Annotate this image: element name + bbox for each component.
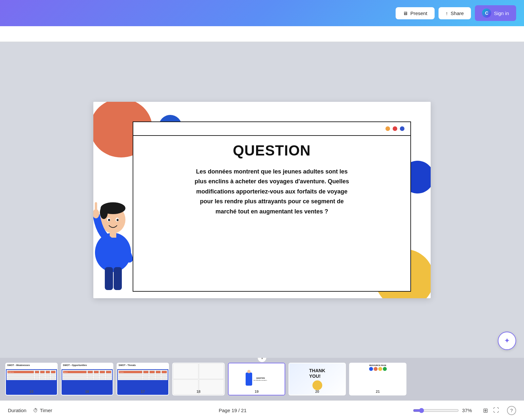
thumbnail-20[interactable]: THANKYOU! 20 [289, 363, 346, 395]
page-info: Page 19 / 21 [219, 408, 247, 413]
svg-rect-10 [105, 267, 113, 290]
zoom-section: 37% [413, 408, 475, 413]
thumb-15-number: 15 [29, 390, 33, 393]
timer-icon: ⏱ [33, 408, 38, 413]
slide-canvas: QUESTION Les données montrent que les je… [93, 102, 431, 298]
slide-body: Les données montrent que les jeunes adul… [190, 167, 354, 217]
signin-button[interactable]: C Sign in [475, 5, 516, 21]
thumbnail-17[interactable]: SWOT - Threats Threats 17 [117, 363, 169, 395]
expand-view-button[interactable]: ⛶ [492, 406, 500, 415]
duration-label: Duration [8, 408, 27, 413]
present-icon: 🖥 [403, 10, 408, 16]
slide-title: QUESTION [233, 142, 311, 159]
thumb-17-title: SWOT - Threats [117, 363, 168, 369]
thumb-19-number: 19 [254, 390, 258, 393]
thumb-16-number: 16 [85, 390, 89, 393]
inner-card-body: QUESTION Les données montrent que les je… [133, 136, 410, 223]
svg-rect-11 [114, 267, 122, 290]
view-buttons: ⊞ ⛶ [482, 406, 500, 415]
svg-rect-8 [110, 231, 116, 238]
zoom-slider[interactable] [413, 408, 459, 413]
thumbnail-15[interactable]: SWOT - Weaknesses Weakness 15 [5, 363, 58, 395]
thumbnail-18[interactable]: 18 [172, 363, 225, 395]
dot-blue [400, 126, 404, 131]
present-button[interactable]: 🖥 Present [396, 7, 435, 19]
thumb-20-number: 20 [315, 390, 319, 393]
thumbnail-16[interactable]: SWOT - Opportunities Opport. 16 [61, 363, 113, 395]
header: 🖥 Present ↑ Share C Sign in [0, 0, 524, 26]
grid-view-button[interactable]: ⊞ [482, 406, 489, 415]
thumbnail-19[interactable]: QUESTION Les données montrent... 19 [228, 363, 285, 395]
timer-label: Timer [40, 408, 52, 413]
thumbnail-strip: ∨ SWOT - Weaknesses Weakness 15 SWOT - O… [0, 358, 524, 400]
thumb-18-number: 18 [196, 390, 200, 393]
svg-point-7 [117, 219, 119, 221]
toolbar-strip [0, 26, 524, 42]
svg-point-3 [100, 206, 108, 219]
svg-point-6 [108, 219, 110, 221]
thumb-16-title: SWOT - Opportunities [62, 363, 113, 369]
zoom-value: 37% [462, 408, 475, 413]
magic-button[interactable]: ✦ [498, 332, 516, 350]
thumb-21-number: 21 [376, 390, 380, 393]
share-label: Share [451, 10, 464, 16]
thumbnail-21[interactable]: RESOURCE PAGE 21 [349, 363, 406, 395]
inner-card-header [133, 122, 410, 136]
share-icon: ↑ [446, 10, 448, 16]
magic-icon: ✦ [504, 337, 510, 345]
inner-card: QUESTION Les données montrent que les je… [133, 121, 411, 292]
collapse-button[interactable]: ∨ [257, 358, 267, 362]
signin-label: Sign in [494, 10, 509, 16]
timer-button[interactable]: ⏱ Timer [33, 408, 52, 413]
share-button[interactable]: ↑ Share [439, 7, 471, 19]
dot-orange [385, 126, 390, 131]
present-label: Present [410, 10, 427, 16]
thumb-17-number: 17 [141, 390, 145, 393]
thumb-15-title: SWOT - Weaknesses [6, 363, 57, 369]
bottom-bar: Duration ⏱ Timer Page 19 / 21 37% ⊞ ⛶ ? [0, 400, 524, 420]
main-area: QUESTION Les données montrent que les je… [0, 42, 524, 358]
help-button[interactable]: ? [507, 406, 516, 415]
dot-red [393, 126, 397, 131]
canva-logo: C [482, 9, 491, 18]
